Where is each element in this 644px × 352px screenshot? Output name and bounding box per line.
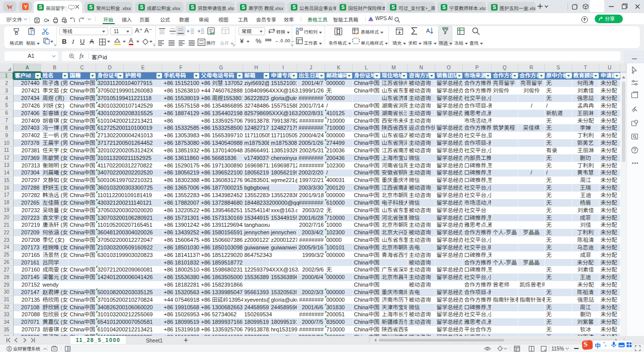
svg-text:A: A: [426, 28, 430, 34]
svg-text:W: W: [7, 4, 13, 11]
